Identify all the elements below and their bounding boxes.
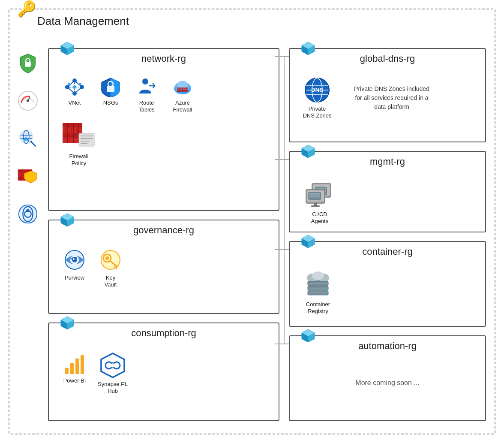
- purview-sidebar-icon: [17, 203, 39, 225]
- network-icons-row1: VNet NSGs: [49, 70, 279, 117]
- firewall-policy-label: FirewallPolicy: [69, 153, 89, 166]
- automation-rg-box: automation-rg More coming soon ...: [289, 335, 486, 421]
- container-rg-title: container-rg: [290, 242, 485, 257]
- more-coming-text: More coming soon ...: [290, 358, 485, 387]
- security-icon: [17, 52, 39, 74]
- analytics-icon: [17, 128, 39, 149]
- consumption-rg-title: consumption-rg: [49, 323, 279, 339]
- key-vault-icon-item: KeyVault: [98, 249, 123, 288]
- svg-point-44: [142, 78, 148, 84]
- governance-rg-box: governance-rg Purview: [48, 220, 279, 314]
- key-icon: 🔑: [17, 0, 36, 18]
- route-tables-label: RouteTables: [138, 99, 155, 113]
- global-dns-rg-connector: [300, 40, 316, 58]
- svg-point-131: [312, 271, 324, 280]
- svg-rect-89: [70, 363, 74, 374]
- network-rg-box: network-rg: [48, 48, 279, 211]
- container-rg-box: container-rg: [289, 241, 486, 327]
- governance-rg-title: governance-rg: [49, 220, 279, 236]
- mgmt-icons-row: CI/CDAgents: [290, 173, 485, 229]
- svg-rect-88: [65, 368, 69, 374]
- governance-icons-row: Purview KeyVault: [49, 242, 279, 292]
- svg-rect-121: [309, 196, 320, 197]
- svg-rect-120: [309, 193, 320, 195]
- vnet-icon-item: VNet: [62, 77, 87, 106]
- container-registry-label: ContainerRegistry: [306, 301, 330, 314]
- cicd-icon-item: CI/CDAgents: [303, 180, 337, 224]
- automation-rg-title: automation-rg: [290, 336, 485, 352]
- svg-point-140: [325, 292, 327, 294]
- powerbi-label: Power BI: [63, 377, 86, 384]
- key-vault-label: KeyVault: [105, 274, 117, 288]
- route-tables-icon-item: RouteTables: [134, 77, 159, 113]
- svg-point-138: [325, 287, 327, 289]
- automation-rg-connector: [300, 328, 316, 346]
- svg-point-24: [26, 209, 30, 212]
- azure-firewall-icon-item: AzureFirewall: [170, 77, 195, 113]
- mgmt-rg-title: mgmt-rg: [290, 152, 485, 167]
- cicd-label: CI/CDAgents: [311, 211, 328, 224]
- sidebar-icons: [17, 52, 39, 225]
- svg-point-40: [79, 83, 81, 85]
- synapse-label: Synapse PLHub: [98, 381, 128, 394]
- svg-point-136: [325, 283, 327, 284]
- svg-rect-55: [63, 123, 82, 127]
- global-dns-rg-box: global-dns-rg DNS PrivateDNS Zones Priva…: [289, 48, 486, 142]
- monitor-icon: [17, 90, 39, 112]
- container-icons-row: ContainerRegistry: [290, 263, 485, 319]
- mgmt-rg-box: mgmt-rg: [289, 151, 486, 232]
- azure-firewall-label: AzureFirewall: [173, 99, 192, 113]
- network-rg-connector: [59, 40, 75, 59]
- svg-rect-12: [27, 138, 28, 141]
- consumption-rg-box: consumption-rg Power BI: [48, 322, 279, 421]
- container-rg-connector: [300, 233, 316, 251]
- svg-rect-95: [110, 364, 116, 367]
- network-rg-title: network-rg: [49, 49, 279, 64]
- svg-rect-123: [311, 205, 320, 207]
- svg-text:DNS: DNS: [311, 87, 323, 93]
- connector-line-1: [275, 56, 289, 57]
- synapse-icon-item: Synapse PLHub: [98, 352, 128, 394]
- connector-line-2: [275, 159, 289, 160]
- vnet-label: VNet: [69, 99, 81, 106]
- private-dns-label: PrivateDNS Zones: [303, 105, 331, 119]
- purview-icon-item: Purview: [62, 249, 87, 281]
- svg-point-77: [73, 258, 75, 260]
- page-title: Data Management: [37, 15, 129, 28]
- mgmt-rg-connector: [300, 143, 316, 161]
- governance-rg-connector: [59, 212, 75, 230]
- dns-content-row: DNS PrivateDNS Zones Private DNS Zones i…: [290, 70, 485, 123]
- connector-line-3: [275, 249, 289, 250]
- svg-rect-90: [75, 359, 79, 374]
- container-registry-icon-item: ContainerRegistry: [303, 270, 333, 314]
- svg-point-76: [72, 257, 77, 262]
- svg-rect-11: [25, 137, 27, 141]
- private-dns-icon-item: DNS PrivateDNS Zones: [303, 77, 332, 119]
- svg-rect-56: [63, 128, 82, 133]
- connector-line-4: [275, 344, 289, 344]
- nsgs-icon-item: NSGs: [98, 77, 123, 106]
- svg-point-39: [68, 83, 70, 85]
- svg-point-22: [19, 205, 37, 223]
- powerbi-icon-item: Power BI: [62, 352, 87, 384]
- svg-rect-10: [24, 139, 25, 141]
- consumption-rg-connector: [59, 315, 75, 333]
- svg-rect-91: [81, 355, 84, 374]
- dns-description: Private DNS Zones included for all servi…: [345, 84, 439, 112]
- svg-rect-65: [79, 133, 94, 146]
- svg-point-83: [105, 256, 109, 260]
- vertical-connector-line: [284, 56, 285, 344]
- svg-point-41: [73, 85, 76, 89]
- consumption-icons-row: Power BI Synapse PLHub: [49, 345, 279, 398]
- firewall-policy-icon-item: FirewallPolicy: [62, 121, 96, 166]
- nsgs-label: NSGs: [103, 99, 118, 106]
- firewall-policy-row: FirewallPolicy: [49, 117, 279, 171]
- purview-label: Purview: [65, 274, 84, 281]
- firewall-icon: [17, 166, 39, 187]
- main-container: 🔑 Data Management: [9, 9, 495, 434]
- svg-point-9: [30, 141, 32, 143]
- global-dns-rg-title: global-dns-rg: [290, 49, 485, 64]
